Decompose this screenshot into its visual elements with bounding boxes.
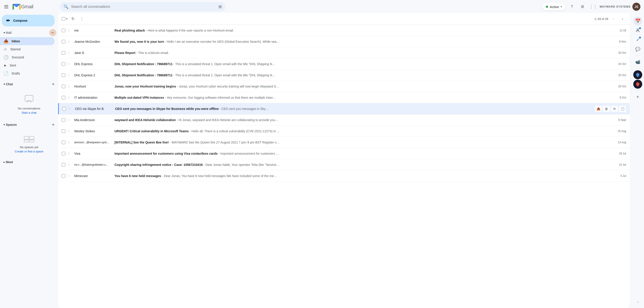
email-row[interactable]: ☆ Wesley Stokes URGENT! Critical vulnera… (58, 126, 630, 137)
add-chat-button[interactable]: + (50, 81, 56, 87)
sidebar-item-drafts[interactable]: 📄 Drafts (0, 69, 54, 78)
archive-action-button[interactable]: 📥 (595, 106, 602, 112)
star-icon[interactable]: ☆ (67, 51, 72, 55)
prev-page-button[interactable]: ‹ (610, 15, 617, 22)
sender-name: Wesley Stokes (74, 129, 114, 133)
email-row[interactable]: ☆ IT administration Multiple out-dated V… (58, 92, 630, 103)
star-icon[interactable]: ☆ (67, 73, 72, 77)
email-checkbox[interactable] (62, 174, 65, 178)
create-space-link[interactable]: Create or find a space (15, 150, 44, 153)
active-label: Active (550, 5, 559, 9)
star-icon[interactable]: ☆ (67, 162, 72, 167)
active-dot (546, 6, 548, 8)
email-subject-preview: You have 6 new held messages - Dear Jona… (114, 174, 611, 178)
email-checkbox[interactable] (62, 96, 65, 99)
mail-section-header[interactable]: ▾ Mail ✏ (0, 28, 58, 37)
spaces-section-header[interactable]: ▾ Spaces + (0, 120, 58, 129)
email-checkbox[interactable] (62, 62, 65, 66)
star-icon[interactable]: ☆ (67, 84, 72, 88)
spaces-chevron-icon: ▾ (4, 123, 5, 126)
search-input[interactable] (71, 5, 216, 9)
email-row[interactable]: ☆ Mia Andersson wayward and IKEA Helsink… (58, 114, 630, 126)
snooze-action-button[interactable]: 🕐 (619, 106, 626, 112)
sidebar-item-starred[interactable]: ☆ Starred (0, 45, 54, 53)
chat-icon[interactable]: 💬 (633, 45, 642, 54)
email-date: 5 Jul (613, 174, 626, 177)
select-all-checkbox[interactable] (62, 17, 65, 21)
email-checkbox[interactable] (62, 152, 65, 155)
hamburger-line (4, 5, 8, 6)
star-icon[interactable]: ☆ (67, 129, 72, 133)
email-row[interactable]: ☆ DHL Express DHL Shipment Notification … (58, 58, 630, 70)
email-row[interactable]: ☆ Visa Important announcement for custom… (58, 148, 630, 159)
mail-compose-btn[interactable]: ✏ (49, 29, 56, 36)
chat-section-header[interactable]: ▾ Chat + (0, 79, 58, 88)
calendar-icon[interactable]: 📅 (633, 17, 642, 26)
star-icon[interactable]: ☆ (67, 140, 72, 144)
star-icon[interactable]: ☆ (67, 39, 72, 44)
help-button[interactable]: ? (567, 2, 576, 11)
select-dropdown-button[interactable]: ▾ (66, 17, 68, 21)
hamburger-line (4, 8, 8, 8)
email-row[interactable]: ☆ me Real phishing attack - Here is what… (58, 25, 630, 36)
mark-unread-action-button[interactable]: ✉ (611, 106, 618, 112)
email-row[interactable]: ☆ Hoxhunt Jonas, now your Hoxhunt traini… (58, 81, 630, 92)
star-icon[interactable]: ☆ (67, 118, 72, 122)
active-status-badge[interactable]: Active ▾ (542, 3, 566, 11)
email-checkbox[interactable] (62, 107, 66, 111)
add-app-button[interactable]: + (633, 92, 642, 101)
star-icon[interactable]: ☆ (67, 174, 72, 178)
compose-button[interactable]: ✏ Compose (2, 15, 54, 27)
star-icon[interactable]: ☆ (67, 95, 72, 100)
email-date: 13 Aug (613, 141, 626, 144)
star-icon[interactable]: ☆ (67, 28, 72, 33)
avatar[interactable]: JS (632, 3, 640, 11)
sidebar-item-inbox[interactable]: 📥 Inbox (0, 37, 54, 45)
email-checkbox[interactable] (62, 29, 65, 32)
settings-button[interactable]: ⚙ (578, 2, 587, 11)
sidebar: ✏ Compose ▾ Mail ✏ 📥 Inbox ☆ Starred (0, 13, 58, 308)
expand-sidebar-button[interactable]: › (633, 297, 642, 306)
email-checkbox[interactable] (62, 51, 65, 55)
start-chat-link[interactable]: Start a chat (22, 111, 36, 114)
next-page-button[interactable]: › (619, 15, 626, 22)
email-row-highlighted[interactable]: ☆ CEO via Skype for B. CEO sent you mess… (58, 103, 630, 114)
email-row[interactable]: ☆ Mimecast You have 6 new held messages … (58, 170, 630, 182)
delete-action-button[interactable]: 🗑 (603, 106, 610, 112)
email-row[interactable]: ☆ no-r...@bakergoldstein.c... Copyright … (58, 159, 630, 170)
sender-name: Mia Andersson (74, 118, 114, 122)
hamburger-button[interactable] (2, 2, 11, 11)
email-row[interactable]: ☆ Jeanne McGordon We found you, now it i… (58, 36, 630, 47)
sender-name: no-r...@bakergoldstein.c... (74, 163, 114, 166)
add-space-button[interactable]: + (50, 122, 56, 128)
email-checkbox[interactable] (62, 163, 65, 167)
email-checkbox[interactable] (62, 85, 65, 88)
contacts-icon[interactable] (633, 26, 642, 35)
meet-icon[interactable]: 📹 (633, 58, 642, 67)
more-options-button[interactable]: ⋮ (78, 15, 86, 23)
star-icon[interactable]: ☆ (67, 62, 72, 66)
sidebar-item-sent[interactable]: ➤ Sent (0, 61, 54, 69)
email-subject-preview: Multiple out-dated VPN instances - Hey e… (114, 96, 611, 99)
email-checkbox[interactable] (62, 141, 65, 144)
email-checkbox[interactable] (62, 129, 65, 133)
security-shield2-icon[interactable] (633, 80, 642, 89)
sidebar-item-snoozed[interactable]: 🕐 Snoozed (0, 53, 54, 61)
email-row[interactable]: ☆ DHL Express 2 DHL Shipment Notificatio… (58, 70, 630, 81)
email-checkbox[interactable] (62, 73, 65, 77)
svg-point-7 (637, 29, 638, 31)
meet-section-header[interactable]: ▸ Meet (0, 158, 58, 165)
inbox-label: Inbox (12, 39, 20, 43)
filter-icon[interactable]: ⊞ (218, 4, 222, 9)
email-row[interactable]: ☆ announ...@waywars.syst... [INTERNAL] S… (58, 137, 630, 148)
meet-label: Meet (6, 160, 13, 164)
apps-button[interactable]: ⋮⋮ (589, 2, 598, 11)
email-checkbox[interactable] (62, 118, 65, 122)
refresh-button[interactable]: ↻ (69, 15, 77, 23)
tasks-icon[interactable]: ✓ (633, 35, 642, 44)
star-icon[interactable]: ☆ (67, 151, 72, 156)
email-checkbox[interactable] (62, 40, 65, 44)
security-shield1-icon[interactable] (633, 70, 642, 79)
star-icon[interactable]: ☆ (68, 107, 73, 111)
email-row[interactable]: ☆ Jane D Please Report - This is a bitco… (58, 47, 630, 58)
